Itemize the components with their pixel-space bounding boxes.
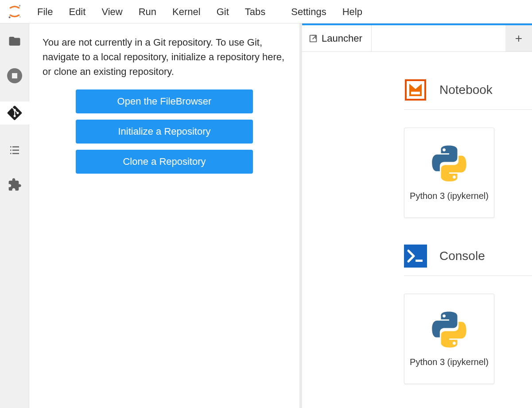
launcher-panel: Notebook Python 3 (ipykernel)	[302, 52, 532, 408]
sidebar-git[interactable]	[6, 104, 23, 122]
running-icon	[7, 68, 22, 83]
menu-git[interactable]: Git	[209, 0, 237, 23]
launcher-section-console: Console Python 3 (ipykernel)	[302, 245, 532, 384]
menu-help[interactable]: Help	[334, 0, 370, 23]
tab-bar: Launcher +	[302, 23, 532, 52]
launcher-section-notebook: Notebook Python 3 (ipykernel)	[302, 78, 532, 218]
svg-rect-6	[404, 245, 427, 268]
console-icon	[404, 245, 427, 268]
card-label: Python 3 (ipykernel)	[410, 356, 489, 368]
main-area: Launcher + Notebook	[302, 23, 532, 408]
activity-bar	[0, 23, 29, 408]
jupyter-logo[interactable]	[0, 4, 29, 19]
menu-run[interactable]: Run	[131, 0, 164, 23]
git-panel-message: You are not currently in a Git repositor…	[43, 35, 286, 79]
sidebar-file-browser[interactable]	[6, 32, 23, 50]
python-icon	[430, 144, 469, 183]
menu-view[interactable]: View	[93, 0, 130, 23]
svg-rect-5	[411, 92, 420, 94]
add-tab-button[interactable]: +	[505, 25, 532, 51]
toc-icon	[8, 144, 21, 157]
section-title: Notebook	[439, 83, 493, 97]
menu-edit[interactable]: Edit	[61, 0, 93, 23]
git-icon	[7, 105, 22, 120]
menu-tabs[interactable]: Tabs	[237, 0, 273, 23]
initialize-repo-button[interactable]: Initialize a Repository	[76, 120, 253, 144]
menubar: File Edit View Run Kernel Git Tabs Setti…	[0, 0, 532, 23]
python-icon	[430, 310, 469, 349]
open-filebrowser-button[interactable]: Open the FileBrowser	[76, 89, 253, 113]
section-title: Console	[439, 249, 485, 263]
git-panel: You are not currently in a Git repositor…	[29, 23, 302, 408]
menu-kernel[interactable]: Kernel	[164, 0, 209, 23]
sidebar-running[interactable]	[6, 67, 23, 85]
sidebar-extensions[interactable]	[6, 176, 23, 194]
card-label: Python 3 (ipykernel)	[410, 190, 489, 202]
svg-point-1	[8, 16, 10, 18]
launcher-card-console-python3[interactable]: Python 3 (ipykernel)	[404, 294, 494, 384]
menu-file[interactable]: File	[29, 0, 61, 23]
tab-launcher[interactable]: Launcher	[302, 25, 372, 51]
extension-icon	[8, 178, 22, 192]
svg-rect-7	[416, 260, 423, 262]
clone-repo-button[interactable]: Clone a Repository	[76, 150, 253, 174]
sidebar-toc[interactable]	[6, 141, 23, 159]
svg-point-0	[19, 5, 21, 7]
launcher-card-notebook-python3[interactable]: Python 3 (ipykernel)	[404, 128, 494, 218]
launcher-icon	[308, 34, 318, 43]
plus-icon: +	[515, 31, 522, 46]
folder-icon	[8, 35, 21, 48]
svg-point-2	[19, 16, 21, 18]
notebook-icon	[404, 78, 427, 101]
tab-label: Launcher	[322, 33, 362, 44]
menu-settings[interactable]: Settings	[283, 0, 334, 23]
